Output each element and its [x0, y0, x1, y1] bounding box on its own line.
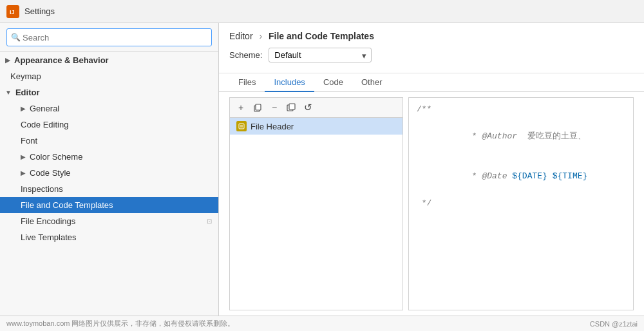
chevron-right-icon: ▶: [21, 153, 26, 160]
sidebar-item-editor[interactable]: ▼ Editor: [0, 84, 218, 100]
copy-button[interactable]: [251, 100, 265, 115]
footer-text: www.toymoban.com 网络图片仅供展示，非存储，如有侵权请联系删除。: [6, 319, 234, 328]
csdn-label: CSDN @z1ztai: [590, 320, 638, 328]
sidebar-item-appearance[interactable]: ▶ Appearance & Behavior: [0, 52, 218, 68]
sidebar-item-live-templates[interactable]: Live Templates: [0, 229, 218, 245]
tab-files[interactable]: Files: [229, 73, 265, 92]
reset-button[interactable]: ↺: [301, 100, 315, 115]
code-line-2: * @Author 爱吃豆的土豆、: [417, 117, 625, 156]
search-icon: 🔍: [11, 33, 21, 42]
sidebar-item-label: Keymap: [10, 71, 41, 81]
main-layout: 🔍 ▶ Appearance & Behavior Keymap ▼ Edito…: [0, 23, 644, 316]
add-button[interactable]: +: [234, 100, 248, 115]
scheme-label: Scheme:: [229, 50, 262, 60]
chevron-right-icon: ▶: [21, 169, 26, 176]
file-list-panel: + − ↺: [229, 97, 403, 310]
file-list-toolbar: + − ↺: [230, 98, 402, 118]
content-header: Editor › File and Code Templates Scheme:…: [219, 23, 644, 73]
breadcrumb-parent: Editor: [229, 31, 253, 41]
sidebar-item-label: Inspections: [21, 184, 63, 194]
svg-text:IJ: IJ: [10, 9, 15, 15]
sidebar-item-label: File and Code Templates: [21, 200, 113, 210]
file-list-items: File Header: [230, 118, 402, 310]
app-icon: IJ: [6, 5, 19, 18]
sidebar-item-inspections[interactable]: Inspections: [0, 181, 218, 197]
copy-icon: [253, 103, 262, 112]
scheme-select-wrapper: Default: [269, 48, 372, 62]
svg-rect-6: [239, 124, 244, 129]
search-wrapper: 🔍: [6, 28, 212, 46]
sidebar-item-file-encodings[interactable]: File Encodings ⊡: [0, 213, 218, 229]
tab-other[interactable]: Other: [352, 73, 392, 92]
sidebar: 🔍 ▶ Appearance & Behavior Keymap ▼ Edito…: [0, 23, 219, 316]
breadcrumb-separator: ›: [259, 31, 262, 41]
sidebar-item-keymap[interactable]: Keymap: [0, 68, 218, 84]
code-line-4: */: [417, 197, 625, 211]
svg-rect-5: [289, 104, 295, 109]
chevron-right-icon: ▶: [21, 105, 26, 112]
list-item[interactable]: File Header: [230, 118, 402, 135]
remove-button[interactable]: −: [267, 100, 281, 115]
sidebar-item-label: Live Templates: [21, 232, 76, 242]
resize-indicator-icon: ⊡: [207, 218, 212, 225]
tabs-row: Files Includes Code Other: [219, 73, 644, 92]
code-editor-panel[interactable]: /** * @Author 爱吃豆的土豆、 * @Date ${DATE} ${…: [408, 97, 634, 310]
duplicate-button[interactable]: [284, 100, 298, 115]
scheme-row: Scheme: Default: [229, 48, 634, 62]
sidebar-item-color-scheme[interactable]: ▶ Color Scheme: [0, 149, 218, 165]
sidebar-item-label: Font: [21, 136, 37, 146]
sidebar-item-label: Code Style: [30, 168, 71, 178]
sidebar-item-label: Code Editing: [21, 120, 68, 129]
code-line-1: /**: [417, 103, 625, 117]
sidebar-item-general[interactable]: ▶ General: [0, 100, 218, 117]
sidebar-item-code-style[interactable]: ▶ Code Style: [0, 165, 218, 181]
svg-rect-3: [256, 104, 261, 110]
sidebar-item-label: General: [30, 104, 59, 113]
editor-section: + − ↺: [219, 92, 644, 316]
breadcrumb-current: File and Code Templates: [269, 31, 374, 41]
content-area: Editor › File and Code Templates Scheme:…: [219, 23, 644, 316]
file-icon: [236, 121, 247, 131]
code-line-3: * @Date ${DATE} ${TIME}: [417, 156, 625, 196]
search-container: 🔍: [0, 23, 218, 52]
sidebar-item-code-editing[interactable]: Code Editing: [0, 117, 218, 133]
sidebar-item-label: Appearance & Behavior: [14, 55, 109, 65]
title-bar: IJ Settings: [0, 0, 644, 23]
sidebar-item-file-and-code-templates[interactable]: File and Code Templates: [0, 197, 218, 213]
breadcrumb: Editor › File and Code Templates: [229, 31, 634, 41]
template-icon: [238, 123, 245, 129]
window-title: Settings: [24, 6, 55, 16]
file-item-name: File Header: [251, 122, 294, 131]
sidebar-item-label: File Encodings: [21, 216, 75, 226]
chevron-down-icon: ▼: [5, 89, 12, 96]
search-input[interactable]: [6, 28, 212, 46]
footer: www.toymoban.com 网络图片仅供展示，非存储，如有侵权请联系删除。…: [0, 316, 644, 331]
chevron-right-icon: ▶: [5, 57, 10, 64]
sidebar-item-font[interactable]: Font: [0, 133, 218, 149]
scheme-select[interactable]: Default: [269, 48, 372, 62]
tab-includes[interactable]: Includes: [265, 73, 314, 92]
duplicate-icon: [287, 103, 296, 112]
sidebar-item-label: Editor: [15, 88, 40, 97]
tab-code[interactable]: Code: [314, 73, 352, 92]
sidebar-item-label: Color Scheme: [30, 152, 82, 162]
